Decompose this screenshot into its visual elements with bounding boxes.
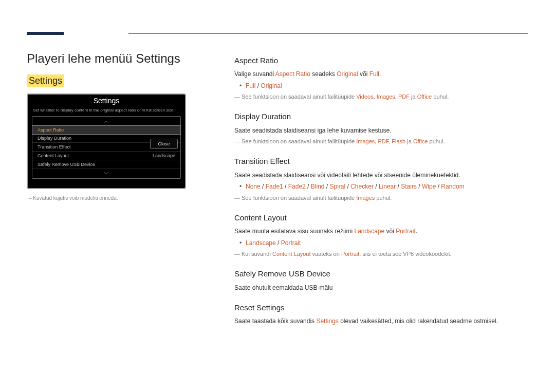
keyword: Fade1	[266, 183, 283, 190]
keyword: Fade2	[288, 183, 306, 190]
note-line: See funktsioon on saadaval ainult failit…	[234, 194, 528, 202]
text: See funktsioon on saadaval ainult failit…	[242, 138, 356, 144]
text-line: Saate seadistada slaidiseansi iga lehe k…	[234, 126, 528, 136]
text: /	[255, 82, 261, 89]
keyword: PDF	[398, 94, 410, 100]
text: See funktsioon on saadaval ainult failit…	[242, 94, 356, 100]
keyword: Wipe	[422, 183, 436, 190]
header-accent-bar	[27, 32, 64, 35]
text: .	[416, 228, 417, 235]
keyword: Portrait	[281, 239, 301, 247]
text: /	[261, 183, 266, 190]
text: või	[384, 228, 396, 235]
panel-row-label: Display Duration	[38, 136, 71, 141]
keyword: Full	[369, 70, 379, 78]
keyword: Landscape	[354, 228, 384, 235]
settings-panel-screenshot: Settings Set whether to display content …	[27, 94, 186, 189]
figure-caption: – Kuvatud kujutis võib mudeliti erineda.	[29, 195, 118, 201]
heading-reset-settings: Reset Settings	[234, 302, 528, 313]
note-line: Kui suvandi Content Layout vaateks on Po…	[234, 250, 528, 258]
panel-arrow-up-icon[interactable]: ︿	[32, 117, 180, 126]
bullet-options: Full / Original	[234, 81, 528, 91]
keyword: Aspect Ratio	[275, 70, 310, 78]
heading-content-layout: Content Layout	[234, 212, 528, 223]
panel-row-safely-remove[interactable]: Safely Remove USB Device	[32, 160, 180, 169]
text: Kui suvandi	[242, 251, 272, 257]
text-line: Saate ohutult eemaldada USB-mälu	[234, 283, 528, 293]
keyword: Content Layout	[272, 251, 311, 257]
text: /	[283, 183, 288, 190]
text: puhul.	[375, 195, 392, 201]
text: seadeks	[310, 70, 337, 78]
text: puhul.	[432, 94, 449, 100]
keyword: Spiral	[330, 183, 346, 190]
keyword: PDF	[378, 138, 388, 144]
keyword: Images	[377, 94, 395, 100]
text: /	[345, 183, 350, 190]
note-line: See funktsioon on saadaval ainult failit…	[234, 137, 528, 146]
heading-aspect-ratio: Aspect Ratio	[234, 54, 528, 66]
bullet-options: None / Fade1 / Fade2 / Blind / Spiral / …	[234, 182, 528, 192]
text: See funktsioon on saadaval ainult failit…	[242, 195, 356, 201]
panel-row-label: Safely Remove USB Device	[38, 162, 95, 167]
keyword: Original	[261, 82, 282, 89]
panel-row-value: Landscape	[153, 153, 175, 158]
keyword: Checker	[350, 183, 374, 190]
panel-row-content-layout[interactable]: Content Layout Landscape	[32, 152, 180, 160]
panel-row-label: Content Layout	[38, 153, 69, 158]
keyword: Random	[441, 183, 464, 190]
close-button[interactable]: Close	[150, 139, 178, 149]
heading-safely-remove: Safely Remove USB Device	[234, 268, 528, 279]
text: /	[436, 183, 441, 190]
keyword: Landscape	[246, 239, 276, 247]
text: vaateks on	[311, 251, 341, 257]
keyword: None	[246, 183, 261, 190]
text: Valige suvandi	[234, 70, 275, 78]
page-title-prefix: Playeri lehe menüü	[27, 51, 136, 65]
keyword: Original	[337, 70, 358, 78]
panel-row-aspect-ratio[interactable]: Aspect Ratio	[32, 125, 181, 135]
text-line: Saate seadistada slaidiseansi või videof…	[234, 171, 528, 180]
keyword: Linear	[379, 183, 396, 190]
bullet-options: Landscape / Portrait	[234, 238, 528, 248]
text: /	[417, 183, 422, 190]
note-line: See funktsioon on saadaval ainult failit…	[234, 92, 528, 101]
text: Saate taastada kõik suvandis	[234, 318, 316, 325]
content-column: Aspect Ratio Valige suvandi Aspect Ratio…	[234, 51, 528, 328]
text-line: Saate muuta esitatava sisu suunaks režii…	[234, 227, 528, 236]
text: /	[396, 183, 401, 190]
page-title-keyword: Settings	[136, 51, 180, 65]
text-line: Saate taastada kõik suvandis Settings ol…	[234, 316, 528, 326]
keyword: Images	[356, 195, 375, 201]
text: /	[306, 183, 311, 190]
keyword: Stairs	[401, 183, 417, 190]
text: ja	[405, 138, 413, 144]
heading-transition-effect: Transition Effect	[234, 155, 528, 167]
keyword: Blind	[311, 183, 325, 190]
text: /	[276, 239, 281, 247]
keyword: Office	[417, 94, 432, 100]
keyword: Office	[413, 138, 428, 144]
text-line: Valige suvandi Aspect Ratio seadeks Orig…	[234, 69, 528, 79]
keyword: Full	[246, 82, 255, 89]
close-button-label: Close	[158, 141, 170, 146]
keyword: Settings	[316, 318, 338, 325]
text: /	[374, 183, 379, 190]
text: ja	[410, 94, 417, 100]
text: /	[324, 183, 329, 190]
section-subheading: Settings	[27, 74, 64, 87]
panel-row-label: Aspect Ratio	[38, 127, 64, 133]
text: olevad vaikesätted, mis olid rakendatud …	[339, 318, 498, 325]
header-rule	[128, 33, 528, 34]
text: puhul.	[428, 138, 445, 144]
keyword: Portrait	[341, 251, 359, 257]
panel-arrow-down-icon[interactable]: ﹀	[32, 169, 180, 178]
text: , siis ei toeta see VP8 videokoodekit.	[359, 251, 451, 257]
panel-row-label: Transition Effect	[38, 144, 71, 150]
panel-description: Set whether to display content in the or…	[28, 107, 185, 116]
keyword: Videos	[356, 94, 373, 100]
text: või	[358, 70, 369, 78]
page-title: Playeri lehe menüü Settings	[27, 51, 180, 66]
keyword: Portrait	[396, 228, 416, 235]
text: .	[379, 70, 381, 78]
